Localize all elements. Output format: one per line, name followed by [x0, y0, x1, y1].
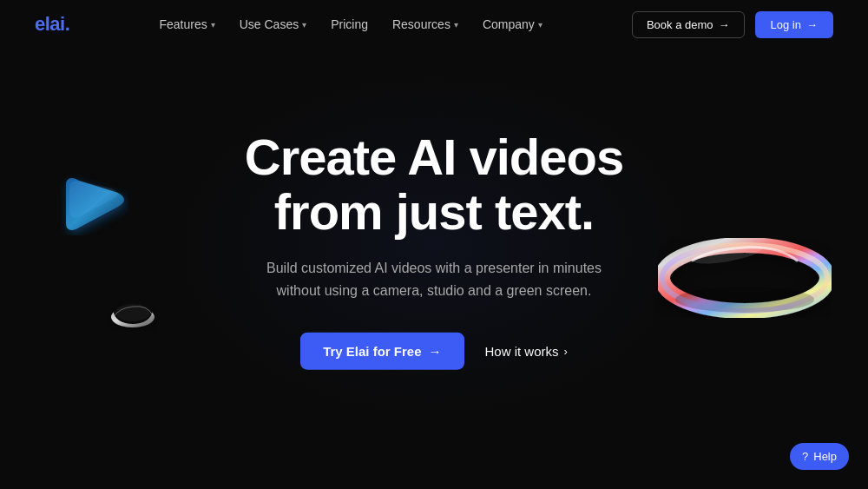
navbar: elai. Features ▾ Use Cases ▾ Pricing Res…	[0, 0, 868, 49]
chevron-down-icon: ▾	[454, 20, 458, 30]
arrow-right-icon: →	[429, 344, 442, 359]
chevron-down-icon: ▾	[211, 20, 215, 30]
nav-item-usecases[interactable]: Use Cases ▾	[240, 17, 306, 31]
book-demo-button[interactable]: Book a demo →	[632, 11, 745, 38]
nav-actions: Book a demo → Log in →	[632, 11, 833, 38]
hero-title: Create AI videos from just text.	[245, 129, 623, 240]
arrow-right-icon: →	[719, 18, 730, 31]
how-it-works-button[interactable]: How it works ›	[485, 344, 568, 359]
arrow-right-icon: →	[806, 18, 818, 31]
nav-links: Features ▾ Use Cases ▾ Pricing Resources…	[159, 17, 542, 31]
arrow-right-icon: ›	[564, 345, 568, 358]
hero-actions: Try Elai for Free → How it works ›	[300, 333, 568, 370]
nav-item-company[interactable]: Company ▾	[483, 17, 542, 31]
nav-item-features[interactable]: Features ▾	[159, 17, 214, 31]
nav-item-resources[interactable]: Resources ▾	[392, 17, 458, 31]
login-button[interactable]: Log in →	[755, 11, 833, 38]
help-button[interactable]: ? Help	[790, 443, 849, 470]
chevron-down-icon: ▾	[538, 20, 542, 30]
help-icon: ?	[802, 450, 808, 463]
logo[interactable]: elai.	[35, 13, 69, 36]
try-free-button[interactable]: Try Elai for Free →	[300, 333, 464, 370]
hero-section: Create AI videos from just text. Build c…	[0, 129, 868, 370]
nav-item-pricing[interactable]: Pricing	[331, 17, 368, 31]
hero-subtitle: Build customized AI videos with a presen…	[260, 257, 608, 301]
logo-text: elai.	[35, 13, 69, 35]
chevron-down-icon: ▾	[302, 20, 306, 30]
